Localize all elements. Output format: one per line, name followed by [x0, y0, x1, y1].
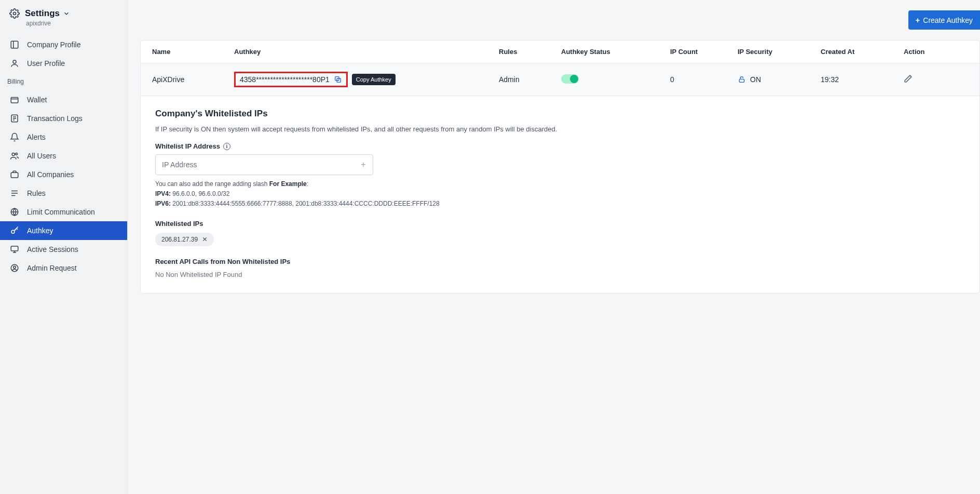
- whitelisted-ips-title: Whitelisted IPs: [155, 220, 979, 228]
- cell-authkey: 4358********************80P1 Copy Authke…: [229, 63, 494, 96]
- sidebar-item-admin-request[interactable]: Admin Request: [0, 259, 127, 277]
- sidebar-item-rules[interactable]: Rules: [0, 184, 127, 203]
- topbar: + Create Authkey: [128, 0, 980, 40]
- create-authkey-label: Create Authkey: [923, 16, 973, 24]
- key-icon: [9, 225, 20, 236]
- th-ipsec: IP Security: [732, 41, 815, 63]
- cell-action: [899, 63, 979, 96]
- svg-rect-25: [739, 79, 744, 82]
- authkey-value: 4358********************80P1: [240, 75, 330, 84]
- ip-help-text: You can also add the range adding slash …: [155, 179, 979, 209]
- ipsec-value: ON: [750, 75, 761, 84]
- sidebar-item-user-profile[interactable]: User Profile: [0, 54, 127, 73]
- admin-icon: [9, 263, 20, 273]
- sidebar-item-all-users[interactable]: All Users: [0, 146, 127, 165]
- th-ipcount: IP Count: [665, 41, 732, 63]
- sidebar-item-alerts[interactable]: Alerts: [0, 128, 127, 146]
- sidebar-item-active-sessions[interactable]: Active Sessions: [0, 240, 127, 259]
- th-rules: Rules: [494, 41, 556, 63]
- authkey-table: Name Authkey Rules Authkey Status IP Cou…: [141, 41, 979, 96]
- sidebar-section-billing: Billing: [0, 73, 127, 87]
- svg-rect-1: [11, 41, 18, 48]
- svg-point-10: [16, 153, 18, 155]
- svg-rect-4: [11, 98, 18, 103]
- th-authkey: Authkey: [229, 41, 494, 63]
- whitelist-title: Company's Whitelisted IPs: [155, 109, 979, 119]
- cell-name: ApiXDrive: [141, 63, 229, 96]
- logs-icon: [9, 113, 20, 124]
- cell-rules: Admin: [494, 63, 556, 96]
- edit-icon[interactable]: [904, 74, 913, 83]
- ip-chip: 206.81.27.39: [155, 233, 214, 246]
- cell-ipcount: 0: [665, 63, 732, 96]
- sidebar-main: Company Profile User Profile: [0, 35, 127, 73]
- th-created: Created At: [815, 41, 899, 63]
- sidebar-item-wallet[interactable]: Wallet: [0, 90, 127, 109]
- ip-address-input[interactable]: [156, 155, 354, 175]
- header-subtitle: apixdrive: [26, 20, 70, 27]
- cell-ipsec: ON: [732, 63, 815, 96]
- status-toggle[interactable]: [561, 74, 579, 84]
- sidebar-item-label: Limit Communication: [27, 208, 95, 216]
- sidebar-item-label: Company Profile: [27, 41, 81, 49]
- wallet-icon: [9, 95, 20, 105]
- sidebar-item-authkey[interactable]: Authkey: [0, 221, 127, 240]
- ip-chip-value: 206.81.27.39: [161, 236, 198, 243]
- user-icon: [9, 58, 20, 69]
- sidebar-item-label: User Profile: [27, 59, 65, 68]
- sidebar-item-company-profile[interactable]: Company Profile: [0, 35, 127, 54]
- svg-point-9: [12, 153, 15, 155]
- authkey-card: Name Authkey Rules Authkey Status IP Cou…: [140, 40, 980, 293]
- sidebar-item-label: Active Sessions: [27, 245, 78, 253]
- header-title: Settings: [25, 8, 60, 19]
- info-icon[interactable]: i: [223, 143, 230, 150]
- recent-calls-empty: No Non Whitelisted IP Found: [155, 271, 979, 278]
- sidebar-item-label: Admin Request: [27, 264, 77, 272]
- sidebar-item-limit-communication[interactable]: Limit Communication: [0, 203, 127, 221]
- table-row[interactable]: ApiXDrive 4358********************80P1 C…: [141, 63, 979, 96]
- sidebar-billing: Wallet Transaction Logs Alerts All Users…: [0, 90, 127, 277]
- sidebar-item-label: Rules: [27, 189, 46, 197]
- svg-point-22: [13, 266, 16, 269]
- th-name: Name: [141, 41, 229, 63]
- gear-icon: [9, 8, 20, 19]
- lock-icon: [738, 75, 746, 84]
- remove-ip-icon[interactable]: [202, 236, 208, 242]
- cell-created: 19:32: [815, 63, 899, 96]
- chevron-down-icon[interactable]: [63, 10, 70, 17]
- th-action: Action: [899, 41, 979, 63]
- sidebar-item-label: Authkey: [27, 226, 53, 235]
- th-status: Authkey Status: [556, 41, 665, 63]
- copy-tooltip: Copy Authkey: [352, 74, 396, 85]
- main-content: + Create Authkey Name Authkey Rules Auth…: [128, 0, 980, 494]
- copy-icon[interactable]: [334, 75, 342, 84]
- svg-point-0: [13, 12, 16, 15]
- ip-input-wrap: +: [155, 154, 373, 175]
- sidebar-item-label: All Companies: [27, 170, 74, 179]
- sidebar-item-all-companies[interactable]: All Companies: [0, 165, 127, 184]
- svg-point-3: [13, 60, 16, 63]
- sidebar-item-label: Wallet: [27, 96, 47, 104]
- add-ip-icon[interactable]: +: [354, 160, 373, 169]
- whitelist-section: Company's Whitelisted IPs If IP security…: [141, 96, 979, 293]
- globe-icon: [9, 207, 20, 217]
- svg-rect-11: [11, 172, 18, 178]
- briefcase-icon: [9, 169, 20, 180]
- settings-header[interactable]: Settings apixdrive: [0, 6, 127, 32]
- sidebar: Settings apixdrive Company Profile User …: [0, 0, 128, 494]
- whitelist-hint: If IP security is ON then system will ac…: [155, 125, 979, 133]
- sessions-icon: [9, 244, 20, 255]
- rules-icon: [9, 188, 20, 198]
- sidebar-item-label: Transaction Logs: [27, 114, 83, 123]
- layout-icon: [9, 39, 20, 50]
- recent-calls-title: Recent API Calls from Non Whitelisted IP…: [155, 258, 979, 265]
- svg-rect-18: [11, 246, 18, 251]
- sidebar-item-transaction-logs[interactable]: Transaction Logs: [0, 109, 127, 128]
- authkey-highlight: 4358********************80P1: [234, 72, 348, 87]
- create-authkey-button[interactable]: + Create Authkey: [908, 10, 981, 30]
- bell-icon: [9, 132, 20, 142]
- plus-icon: +: [916, 16, 920, 24]
- whitelist-field-label: Whitelist IP Address i: [155, 142, 979, 150]
- cell-status: [556, 63, 665, 96]
- sidebar-item-label: All Users: [27, 152, 56, 160]
